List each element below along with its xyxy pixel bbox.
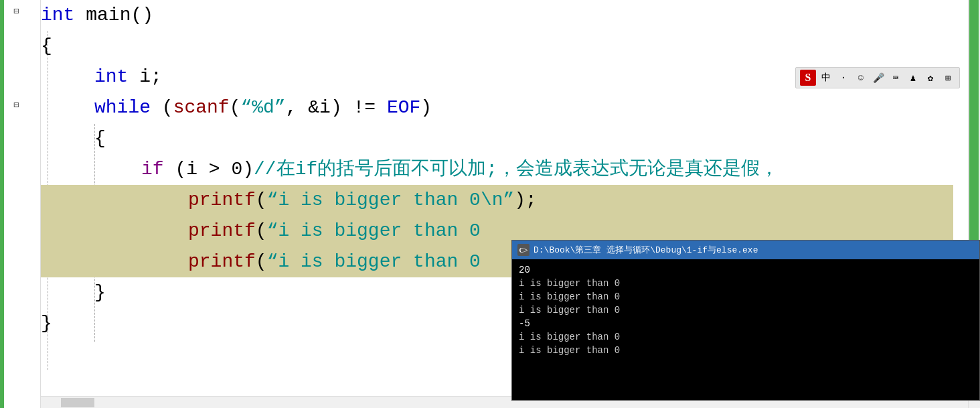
ime-flower[interactable]: ✿ [923, 70, 938, 85]
terminal-titlebar: C> D:\Book\第三章 选择与循环\Debug\1-if与else.exe [512, 241, 979, 259]
ime-dot[interactable]: · [836, 70, 851, 85]
ime-toolbar: S 中 · ☺ 🎤 ⌨ ♟ ✿ ⊞ [795, 67, 960, 88]
code-line-5: { [41, 123, 953, 154]
code-line-6: if (i > 0) //在if的括号后面不可以加;，会造成表达式无论是真还是假… [41, 154, 953, 185]
ime-s-logo[interactable]: S [800, 70, 816, 86]
terminal-line-3: i is bigger than 0 [519, 290, 973, 303]
str-printf-2: “i is bigger than 0 [267, 216, 481, 247]
code-line-1: int main() [41, 0, 953, 31]
terminal-title-text: D:\Book\第三章 选择与循环\Debug\1-if与else.exe [534, 244, 758, 256]
terminal-window: C> D:\Book\第三章 选择与循环\Debug\1-if与else.exe… [511, 240, 980, 401]
fn-scanf: scanf [173, 92, 230, 123]
kw-eof: EOF [387, 92, 420, 123]
collapse-icon-main[interactable]: ⊟ [13, 5, 19, 17]
terminal-title-icon: C> [517, 244, 529, 256]
keyword-int: int [41, 0, 74, 31]
collapse-icon-while[interactable]: ⊟ [13, 99, 19, 111]
ime-keyboard[interactable]: ⌨ [888, 70, 903, 85]
terminal-line-7: i is bigger than 0 [519, 344, 973, 357]
comment-1: //在if的括号后面不可以加;，会造成表达式无论是真还是假， [254, 154, 779, 185]
terminal-line-2: i is bigger than 0 [519, 277, 973, 290]
str-format: “%d” [240, 92, 285, 123]
code-line-4: while ( scanf ( “%d” , &i) != EOF ) [41, 92, 953, 123]
code-line-2: { [41, 31, 953, 62]
code-line-7: printf ( “i is bigger than 0\n” ); [41, 185, 953, 216]
ime-person[interactable]: ♟ [906, 70, 920, 85]
fn-printf-2: printf [188, 216, 256, 247]
fn-printf-1: printf [188, 185, 256, 216]
ime-smile[interactable]: ☺ [853, 70, 868, 85]
scrollbar-bottom-thumb[interactable] [61, 398, 94, 407]
str-printf-3: “i is bigger than 0 [267, 247, 481, 277]
ime-grid[interactable]: ⊞ [941, 70, 955, 85]
ime-mic[interactable]: 🎤 [871, 70, 886, 85]
editor-container: ⊟ ⊟ int main() { int i; while ( scanf ( … [0, 0, 980, 408]
terminal-line-1: 20 [519, 263, 973, 277]
fn-printf-3: printf [188, 247, 256, 277]
keyword-if: if [141, 154, 164, 185]
keyword-int2: int [94, 62, 128, 92]
ime-chinese[interactable]: 中 [819, 70, 833, 85]
terminal-body: 20 i is bigger than 0 i is bigger than 0… [512, 259, 979, 361]
gutter: ⊟ ⊟ [4, 0, 41, 408]
terminal-line-6: i is bigger than 0 [519, 330, 973, 344]
str-printf-1: “i is bigger than 0\n” [267, 185, 515, 216]
terminal-line-5: -5 [519, 317, 973, 330]
keyword-while: while [94, 92, 151, 123]
terminal-line-4: i is bigger than 0 [519, 303, 973, 317]
